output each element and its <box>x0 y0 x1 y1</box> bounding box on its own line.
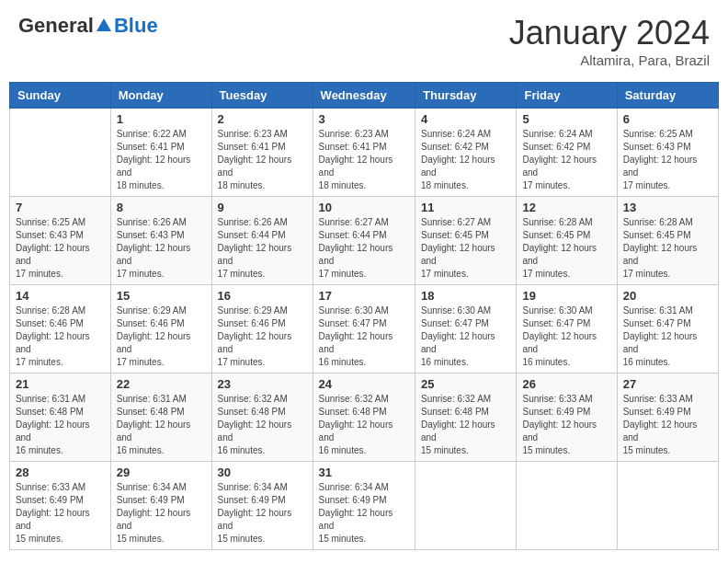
day-info: Sunrise: 6:28 AMSunset: 6:45 PMDaylight:… <box>623 216 712 281</box>
day-info: Sunrise: 6:23 AMSunset: 6:41 PMDaylight:… <box>319 128 409 192</box>
day-info: Sunrise: 6:26 AMSunset: 6:44 PMDaylight:… <box>218 216 307 281</box>
day-cell: 14Sunrise: 6:28 AMSunset: 6:46 PMDayligh… <box>10 285 111 373</box>
day-number: 8 <box>117 201 206 214</box>
weekday-header-tuesday: Tuesday <box>211 83 313 109</box>
day-cell: 31Sunrise: 6:34 AMSunset: 6:49 PMDayligh… <box>313 462 415 550</box>
logo-blue-text: Blue <box>114 14 158 38</box>
day-info: Sunrise: 6:25 AMSunset: 6:43 PMDaylight:… <box>623 128 712 192</box>
day-cell: 27Sunrise: 6:33 AMSunset: 6:49 PMDayligh… <box>617 373 718 462</box>
day-cell <box>517 462 617 550</box>
day-info: Sunrise: 6:25 AMSunset: 6:43 PMDaylight:… <box>16 216 105 281</box>
week-row-1: 1Sunrise: 6:22 AMSunset: 6:41 PMDaylight… <box>10 109 719 197</box>
day-info: Sunrise: 6:26 AMSunset: 6:43 PMDaylight:… <box>117 216 206 281</box>
weekday-header-saturday: Saturday <box>617 83 718 109</box>
location: Altamira, Para, Brazil <box>509 52 710 68</box>
title-section: January 2024 Altamira, Para, Brazil <box>509 14 710 68</box>
day-cell: 26Sunrise: 6:33 AMSunset: 6:49 PMDayligh… <box>517 373 617 462</box>
day-info: Sunrise: 6:24 AMSunset: 6:42 PMDaylight:… <box>421 128 510 192</box>
day-info: Sunrise: 6:30 AMSunset: 6:47 PMDaylight:… <box>522 304 610 369</box>
day-info: Sunrise: 6:33 AMSunset: 6:49 PMDaylight:… <box>16 481 105 546</box>
day-number: 25 <box>421 377 510 391</box>
day-cell <box>617 462 718 550</box>
day-number: 1 <box>117 112 206 126</box>
day-number: 6 <box>623 112 712 126</box>
day-info: Sunrise: 6:34 AMSunset: 6:49 PMDaylight:… <box>319 481 409 546</box>
header: General Blue January 2024 Altamira, Para… <box>9 9 719 73</box>
day-info: Sunrise: 6:32 AMSunset: 6:48 PMDaylight:… <box>421 393 510 457</box>
day-number: 3 <box>319 112 409 126</box>
day-info: Sunrise: 6:27 AMSunset: 6:44 PMDaylight:… <box>319 216 409 281</box>
day-cell: 25Sunrise: 6:32 AMSunset: 6:48 PMDayligh… <box>415 373 517 462</box>
day-cell: 2Sunrise: 6:23 AMSunset: 6:41 PMDaylight… <box>211 109 313 197</box>
week-row-3: 14Sunrise: 6:28 AMSunset: 6:46 PMDayligh… <box>10 285 719 373</box>
day-info: Sunrise: 6:30 AMSunset: 6:47 PMDaylight:… <box>421 304 510 369</box>
day-cell: 29Sunrise: 6:34 AMSunset: 6:49 PMDayligh… <box>110 462 211 550</box>
day-cell: 13Sunrise: 6:28 AMSunset: 6:45 PMDayligh… <box>617 197 718 285</box>
day-number: 12 <box>522 201 610 214</box>
day-number: 18 <box>421 289 510 303</box>
day-info: Sunrise: 6:29 AMSunset: 6:46 PMDaylight:… <box>117 304 206 369</box>
day-info: Sunrise: 6:34 AMSunset: 6:49 PMDaylight:… <box>218 481 307 546</box>
day-cell: 17Sunrise: 6:30 AMSunset: 6:47 PMDayligh… <box>313 285 415 373</box>
weekday-header-friday: Friday <box>517 83 617 109</box>
week-row-2: 7Sunrise: 6:25 AMSunset: 6:43 PMDaylight… <box>10 197 719 285</box>
day-info: Sunrise: 6:33 AMSunset: 6:49 PMDaylight:… <box>522 393 610 457</box>
day-info: Sunrise: 6:27 AMSunset: 6:45 PMDaylight:… <box>421 216 510 281</box>
week-row-4: 21Sunrise: 6:31 AMSunset: 6:48 PMDayligh… <box>10 373 719 462</box>
weekday-header-monday: Monday <box>110 83 211 109</box>
day-number: 21 <box>16 377 105 391</box>
day-info: Sunrise: 6:30 AMSunset: 6:47 PMDaylight:… <box>319 304 409 369</box>
day-cell: 5Sunrise: 6:24 AMSunset: 6:42 PMDaylight… <box>517 109 617 197</box>
day-info: Sunrise: 6:31 AMSunset: 6:47 PMDaylight:… <box>623 304 712 369</box>
day-info: Sunrise: 6:29 AMSunset: 6:46 PMDaylight:… <box>218 304 307 369</box>
day-info: Sunrise: 6:28 AMSunset: 6:46 PMDaylight:… <box>16 304 105 369</box>
day-cell: 30Sunrise: 6:34 AMSunset: 6:49 PMDayligh… <box>211 462 313 550</box>
day-cell: 12Sunrise: 6:28 AMSunset: 6:45 PMDayligh… <box>517 197 617 285</box>
day-info: Sunrise: 6:32 AMSunset: 6:48 PMDaylight:… <box>319 393 409 457</box>
day-number: 4 <box>421 112 510 126</box>
day-number: 13 <box>623 201 712 214</box>
day-cell <box>415 462 517 550</box>
day-number: 23 <box>218 377 307 391</box>
day-cell: 28Sunrise: 6:33 AMSunset: 6:49 PMDayligh… <box>10 462 111 550</box>
day-number: 5 <box>522 112 610 126</box>
day-cell: 10Sunrise: 6:27 AMSunset: 6:44 PMDayligh… <box>313 197 415 285</box>
day-cell: 9Sunrise: 6:26 AMSunset: 6:44 PMDaylight… <box>211 197 313 285</box>
day-cell: 21Sunrise: 6:31 AMSunset: 6:48 PMDayligh… <box>10 373 111 462</box>
week-row-5: 28Sunrise: 6:33 AMSunset: 6:49 PMDayligh… <box>10 462 719 550</box>
month-title: January 2024 <box>509 14 710 52</box>
day-number: 10 <box>319 201 409 214</box>
weekday-header-thursday: Thursday <box>415 83 517 109</box>
day-number: 30 <box>218 465 307 479</box>
day-number: 24 <box>319 377 409 391</box>
day-cell <box>10 109 111 197</box>
day-number: 11 <box>421 201 510 214</box>
day-cell: 15Sunrise: 6:29 AMSunset: 6:46 PMDayligh… <box>110 285 211 373</box>
day-number: 31 <box>319 465 409 479</box>
day-number: 9 <box>218 201 307 214</box>
day-info: Sunrise: 6:34 AMSunset: 6:49 PMDaylight:… <box>117 481 206 546</box>
day-number: 27 <box>623 377 712 391</box>
day-info: Sunrise: 6:32 AMSunset: 6:48 PMDaylight:… <box>218 393 307 457</box>
day-number: 22 <box>117 377 206 391</box>
day-number: 16 <box>218 289 307 303</box>
day-cell: 11Sunrise: 6:27 AMSunset: 6:45 PMDayligh… <box>415 197 517 285</box>
weekday-header-wednesday: Wednesday <box>313 83 415 109</box>
day-number: 20 <box>623 289 712 303</box>
logo-general-text: General <box>18 14 94 38</box>
day-info: Sunrise: 6:28 AMSunset: 6:45 PMDaylight:… <box>522 216 610 281</box>
day-cell: 19Sunrise: 6:30 AMSunset: 6:47 PMDayligh… <box>517 285 617 373</box>
day-cell: 6Sunrise: 6:25 AMSunset: 6:43 PMDaylight… <box>617 109 718 197</box>
day-cell: 8Sunrise: 6:26 AMSunset: 6:43 PMDaylight… <box>110 197 211 285</box>
day-number: 17 <box>319 289 409 303</box>
day-info: Sunrise: 6:24 AMSunset: 6:42 PMDaylight:… <box>522 128 610 192</box>
day-number: 28 <box>16 465 105 479</box>
day-info: Sunrise: 6:22 AMSunset: 6:41 PMDaylight:… <box>117 128 206 192</box>
weekday-header-sunday: Sunday <box>10 83 111 109</box>
day-info: Sunrise: 6:33 AMSunset: 6:49 PMDaylight:… <box>623 393 712 457</box>
day-cell: 3Sunrise: 6:23 AMSunset: 6:41 PMDaylight… <box>313 109 415 197</box>
day-info: Sunrise: 6:31 AMSunset: 6:48 PMDaylight:… <box>117 393 206 457</box>
day-number: 7 <box>16 201 105 214</box>
day-number: 19 <box>522 289 610 303</box>
calendar: SundayMondayTuesdayWednesdayThursdayFrid… <box>9 82 719 550</box>
